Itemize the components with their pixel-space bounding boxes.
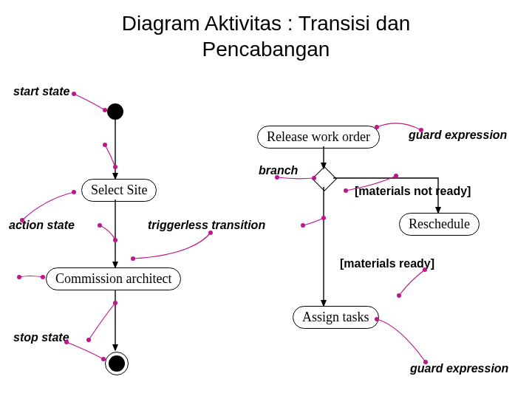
guard-materials-not-ready: [materials not ready]: [355, 185, 471, 198]
label-branch: branch: [259, 164, 298, 177]
activity-release-work-order: Release work order: [257, 126, 380, 149]
label-start-state: start state: [13, 85, 69, 98]
page-title: Diagram Aktivitas : Transisi dan Pencaba…: [0, 0, 532, 62]
label-guard-expression-bottom: guard expression: [410, 362, 508, 375]
label-stop-state: stop state: [13, 331, 69, 344]
guard-materials-ready: [materials ready]: [340, 257, 434, 270]
title-line-1: Diagram Aktivitas : Transisi dan: [122, 12, 411, 35]
label-action-state: action state: [9, 219, 75, 232]
label-guard-expression-top: guard expression: [409, 129, 507, 142]
activity-reschedule: Reschedule: [399, 213, 480, 236]
stop-state-node: [105, 352, 129, 375]
title-line-2: Pencabangan: [202, 38, 330, 61]
activity-assign-tasks: Assign tasks: [293, 306, 379, 329]
activity-select-site: Select Site: [81, 179, 157, 202]
decision-node: [312, 166, 337, 191]
start-state-node: [107, 103, 123, 120]
stop-state-inner: [109, 355, 125, 372]
activity-commission-architect: Commission architect: [46, 267, 181, 290]
label-triggerless-transition: triggerless transition: [148, 219, 265, 232]
